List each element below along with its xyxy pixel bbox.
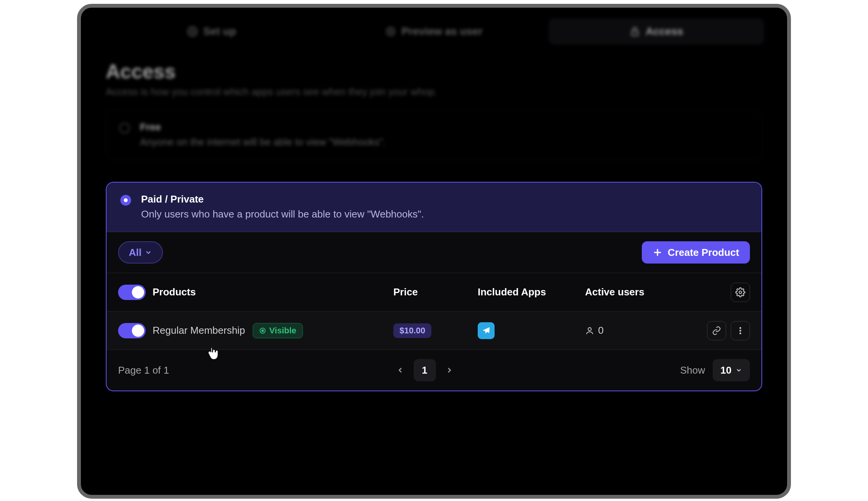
svg-point-2: [390, 30, 392, 33]
tab-access-label: Access: [646, 25, 683, 38]
link-icon: [712, 326, 721, 335]
option-free-desc: Anyone on the internet will be able to v…: [140, 136, 386, 148]
option-paid-header[interactable]: Paid / Private Only users who have a pro…: [107, 183, 761, 232]
eye-target-icon: [385, 26, 396, 37]
option-paid-title: Paid / Private: [141, 193, 424, 205]
create-product-label: Create Product: [668, 247, 739, 259]
page-size-value: 10: [720, 364, 732, 376]
top-tabs: Set up Preview as user Access: [81, 8, 787, 44]
app-window: Set up Preview as user Access Access Acc…: [77, 4, 791, 499]
product-name: Regular Membership: [153, 325, 245, 336]
chevron-down-icon: [145, 249, 152, 256]
page-title: Access: [106, 60, 762, 83]
product-name-cell: Regular Membership Visible: [153, 323, 393, 338]
tab-preview-label: Preview as user: [401, 25, 483, 38]
col-price: Price: [393, 286, 478, 298]
create-product-button[interactable]: Create Product: [642, 241, 750, 264]
filter-all-label: All: [129, 247, 141, 259]
page-header: Access Access is how you control which a…: [81, 44, 787, 109]
pager-controls: 1: [396, 359, 454, 381]
telegram-icon: [478, 322, 495, 339]
svg-point-10: [740, 327, 741, 329]
apps-cell: [478, 322, 585, 339]
option-paid-desc: Only users who have a product will be ab…: [141, 208, 424, 220]
toggle-product[interactable]: [118, 323, 146, 338]
products-table-header: Products Price Included Apps Active user…: [107, 273, 761, 311]
more-vertical-icon: [736, 326, 745, 335]
radio-free[interactable]: [119, 123, 130, 133]
price-badge: $10.00: [393, 323, 431, 338]
background-dimmed: Set up Preview as user Access Access Acc…: [81, 8, 787, 160]
col-apps: Included Apps: [478, 286, 585, 298]
prev-page-button[interactable]: [396, 366, 404, 374]
page-size-select[interactable]: 10: [713, 359, 750, 381]
user-icon: [585, 326, 594, 335]
pagination: Page 1 of 1 1 Show 10: [107, 350, 761, 391]
toggle-all[interactable]: [118, 285, 146, 300]
svg-point-11: [740, 330, 741, 331]
current-page-box[interactable]: 1: [414, 359, 436, 381]
radio-paid[interactable]: [120, 195, 131, 206]
next-page-button[interactable]: [445, 366, 454, 374]
products-toolbar: All Create Product: [107, 232, 761, 273]
tab-preview[interactable]: Preview as user: [326, 18, 542, 44]
tab-setup[interactable]: Set up: [104, 18, 319, 44]
plus-icon: [653, 247, 663, 257]
gear-icon: [187, 26, 198, 37]
page-summary: Page 1 of 1: [118, 364, 169, 376]
svg-point-8: [262, 330, 264, 331]
option-paid-panel: Paid / Private Only users who have a pro…: [106, 182, 762, 391]
filter-all-pill[interactable]: All: [118, 241, 163, 264]
row-actions: [689, 321, 750, 340]
copy-link-button[interactable]: [707, 321, 726, 340]
page-subtitle: Access is how you control which apps use…: [106, 86, 762, 98]
page-size: Show 10: [680, 359, 750, 381]
users-count: 0: [598, 325, 603, 336]
row-menu-button[interactable]: [731, 321, 750, 340]
option-free-card[interactable]: Free Anyone on the internet will be able…: [106, 109, 762, 160]
users-cell: 0: [585, 325, 689, 336]
col-users: Active users: [585, 286, 689, 298]
tab-access[interactable]: Access: [549, 18, 764, 44]
col-products: Products: [153, 286, 393, 298]
svg-point-12: [740, 333, 741, 334]
svg-point-9: [588, 328, 591, 331]
svg-point-1: [387, 28, 395, 36]
svg-point-0: [191, 30, 194, 33]
svg-rect-3: [632, 31, 638, 36]
option-free-title: Free: [140, 121, 386, 133]
lock-icon: [630, 26, 640, 37]
table-settings-button[interactable]: [731, 283, 750, 302]
current-page-label: 1: [422, 364, 427, 376]
chevron-down-icon: [735, 367, 742, 374]
eye-icon: [259, 327, 266, 334]
show-label: Show: [680, 364, 705, 376]
svg-point-6: [739, 291, 742, 293]
table-row[interactable]: Regular Membership Visible $10.00 0: [107, 311, 761, 350]
price-cell: $10.00: [393, 323, 478, 338]
visibility-label: Visible: [269, 326, 296, 336]
visibility-badge: Visible: [253, 323, 303, 338]
gear-icon: [735, 287, 745, 297]
tab-setup-label: Set up: [203, 25, 236, 38]
